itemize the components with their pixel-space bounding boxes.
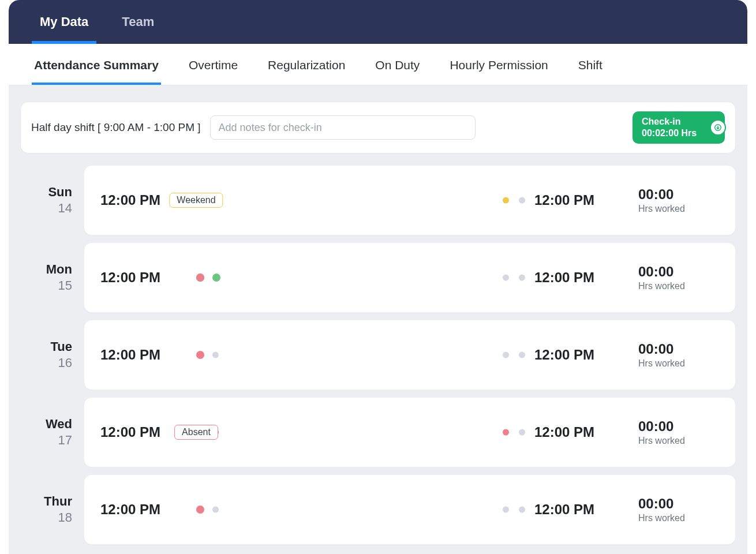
hours-label: Hrs worked (638, 281, 719, 291)
end-time: 12:00 PM (534, 501, 633, 518)
day-list: Sun1412:00 PMWeekend12:00 PM00:00Hrs wor… (9, 154, 747, 554)
timeline-dot (212, 507, 219, 513)
timeline: Absent (196, 425, 525, 439)
day-label: Thur18 (20, 474, 84, 545)
hours-label: Hrs worked (638, 513, 719, 523)
day-of-week: Wed (46, 417, 72, 432)
hours-label: Hrs worked (638, 204, 719, 214)
topnav-tab-team[interactable]: Team (114, 2, 162, 44)
start-time: 12:00 PM (100, 269, 187, 286)
end-time: 12:00 PM (534, 347, 633, 363)
day-card[interactable]: 12:00 PMWeekend12:00 PM00:00Hrs worked (84, 165, 736, 235)
timeline (196, 271, 525, 285)
day-row: Thur1812:00 PM12:00 PM00:00Hrs worked (20, 474, 736, 545)
timeline-badge: Weekend (169, 193, 223, 208)
start-time: 12:00 PM (100, 501, 187, 518)
subnav-tab-attendance-summary[interactable]: Attendance Summary (32, 46, 161, 85)
day-card[interactable]: 12:00 PM12:00 PM00:00Hrs worked (84, 320, 736, 390)
hours-label: Hrs worked (638, 358, 719, 369)
timeline-dot (519, 507, 525, 513)
hours-worked: 00:00Hrs worked (638, 418, 719, 446)
checkin-notes-input[interactable] (210, 115, 476, 140)
timeline (196, 348, 525, 362)
day-of-month: 15 (58, 278, 72, 293)
end-time: 12:00 PM (534, 192, 633, 208)
timeline-marker (196, 506, 204, 514)
day-of-week: Thur (44, 494, 72, 509)
day-of-week: Sun (48, 185, 72, 200)
timeline-marker (196, 351, 204, 359)
day-card[interactable]: 12:00 PMAbsent12:00 PM00:00Hrs worked (84, 397, 736, 467)
day-of-month: 16 (58, 355, 72, 370)
day-row: Mon1512:00 PM12:00 PM00:00Hrs worked (20, 242, 736, 313)
day-card[interactable]: 12:00 PM12:00 PM00:00Hrs worked (84, 474, 736, 545)
day-label: Sun14 (20, 165, 84, 235)
hours-worked: 00:00Hrs worked (638, 341, 719, 369)
checkin-bar: Half day shift [ 9:00 AM - 1:00 PM ] Che… (20, 102, 736, 154)
hours-value: 00:00 (638, 341, 719, 357)
timeline-dot (519, 197, 525, 204)
subnav-tab-shift[interactable]: Shift (576, 46, 605, 85)
timeline: Weekend (196, 193, 525, 207)
day-row: Sun1412:00 PMWeekend12:00 PM00:00Hrs wor… (20, 165, 736, 235)
hours-value: 00:00 (638, 418, 719, 435)
day-label: Tue16 (20, 320, 84, 390)
timeline-dot (503, 507, 509, 513)
timeline-dot (503, 429, 509, 436)
checkin-timer: 00:02:00 Hrs (642, 128, 699, 139)
top-nav: My DataTeam (9, 0, 747, 44)
subnav-tab-on-duty[interactable]: On Duty (373, 46, 422, 85)
timeline (196, 503, 525, 516)
shift-label: Half day shift [ 9:00 AM - 1:00 PM ] (31, 121, 201, 134)
timeline-marker (196, 274, 204, 282)
checkin-button-label: Check-in (642, 116, 699, 128)
timeline-dot (519, 275, 525, 281)
day-of-week: Mon (46, 262, 72, 277)
hours-worked: 00:00Hrs worked (638, 496, 719, 523)
sub-nav: Attendance SummaryOvertimeRegularization… (9, 44, 747, 85)
checkin-button[interactable]: Check-in 00:02:00 Hrs (633, 111, 725, 144)
timeline-dot (503, 352, 509, 358)
start-time: 12:00 PM (100, 347, 187, 363)
hours-worked: 00:00Hrs worked (638, 264, 719, 291)
day-of-week: Tue (51, 339, 72, 354)
hours-value: 00:00 (638, 496, 719, 512)
topnav-tab-my-data[interactable]: My Data (32, 2, 96, 44)
day-of-month: 18 (58, 510, 72, 525)
timeline-badge: Absent (174, 425, 218, 440)
end-time: 12:00 PM (534, 269, 633, 286)
hours-worked: 00:00Hrs worked (638, 186, 719, 214)
hours-value: 00:00 (638, 186, 719, 203)
timeline-dot (519, 352, 525, 358)
hours-label: Hrs worked (638, 436, 719, 446)
subnav-tab-hourly-permission[interactable]: Hourly Permission (447, 46, 550, 85)
timeline-dot (503, 197, 509, 204)
attendance-app: My DataTeam Attendance SummaryOvertimeRe… (9, 0, 747, 554)
day-of-month: 14 (58, 201, 72, 216)
day-card[interactable]: 12:00 PM12:00 PM00:00Hrs worked (84, 242, 736, 313)
timeline-dot (212, 352, 219, 358)
day-label: Wed17 (20, 397, 84, 467)
timeline-dot (519, 429, 525, 436)
day-of-month: 17 (58, 433, 72, 448)
subnav-tab-regularization[interactable]: Regularization (265, 46, 347, 85)
day-row: Wed1712:00 PMAbsent12:00 PM00:00Hrs work… (20, 397, 736, 467)
timeline-dot (503, 275, 509, 281)
timeline-dot (212, 274, 220, 282)
day-label: Mon15 (20, 242, 84, 313)
day-row: Tue1612:00 PM12:00 PM00:00Hrs worked (20, 320, 736, 390)
end-time: 12:00 PM (534, 424, 633, 440)
subnav-tab-overtime[interactable]: Overtime (186, 46, 240, 85)
checkin-arrow-icon (710, 119, 726, 136)
hours-value: 00:00 (638, 264, 719, 280)
